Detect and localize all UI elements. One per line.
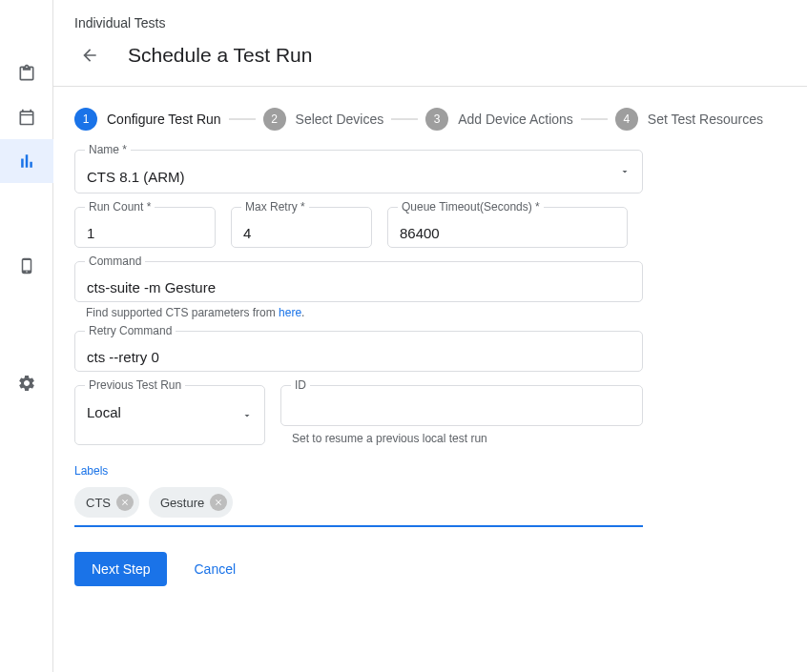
step-configure[interactable]: 1 Configure Test Run xyxy=(74,108,221,131)
step-label: Configure Test Run xyxy=(107,112,221,127)
name-select[interactable]: Name * CTS 8.1 (ARM) xyxy=(74,150,643,193)
step-connector xyxy=(391,118,418,120)
nav-item-calendar[interactable] xyxy=(0,95,53,139)
step-number: 1 xyxy=(74,108,97,131)
arrow-left-icon xyxy=(80,46,99,65)
chip-remove-button[interactable] xyxy=(210,494,227,511)
field-label: Run Count * xyxy=(85,200,155,214)
run-count-field[interactable]: Run Count * xyxy=(74,207,216,248)
field-label: Command xyxy=(85,255,145,268)
max-retry-input[interactable] xyxy=(243,225,360,241)
labels-title: Labels xyxy=(74,464,786,478)
close-icon xyxy=(120,498,130,507)
previous-test-run-select[interactable]: Previous Test Run Local xyxy=(74,385,265,445)
breadcrumb: Individual Tests xyxy=(53,0,807,34)
id-input[interactable] xyxy=(293,403,631,419)
id-helper: Set to resume a previous local test run xyxy=(280,432,643,445)
field-label: Name * xyxy=(85,143,131,156)
calendar-icon xyxy=(17,108,36,127)
command-input[interactable] xyxy=(87,279,631,295)
chip-gesture[interactable]: Gesture xyxy=(149,487,233,518)
page-title: Schedule a Test Run xyxy=(128,44,312,67)
field-label: Queue Timeout(Seconds) * xyxy=(398,200,544,214)
field-label: Retry Command xyxy=(85,324,176,337)
cts-params-link[interactable]: here xyxy=(279,306,301,319)
id-field[interactable]: ID xyxy=(280,385,643,426)
clipboard-icon xyxy=(17,64,36,83)
chip-label: CTS xyxy=(86,496,111,510)
step-select-devices[interactable]: 2 Select Devices xyxy=(263,108,384,131)
command-helper: Find supported CTS parameters from here. xyxy=(74,306,786,319)
field-value: CTS 8.1 (ARM) xyxy=(87,168,606,187)
command-field[interactable]: Command xyxy=(74,261,643,302)
chevron-down-icon xyxy=(619,166,631,177)
cancel-button[interactable]: Cancel xyxy=(194,561,236,577)
retry-command-input[interactable] xyxy=(87,349,631,365)
queue-timeout-field[interactable]: Queue Timeout(Seconds) * xyxy=(387,207,628,248)
chevron-down-icon xyxy=(241,410,253,421)
next-step-button[interactable]: Next Step xyxy=(74,552,167,586)
run-count-input[interactable] xyxy=(87,225,203,241)
labels-underline xyxy=(74,525,643,527)
nav-item-settings[interactable] xyxy=(0,361,53,405)
field-label: ID xyxy=(291,378,310,392)
back-button[interactable] xyxy=(74,40,105,71)
nav-item-device[interactable] xyxy=(0,244,53,288)
field-label: Previous Test Run xyxy=(85,378,185,392)
nav-rail xyxy=(0,0,53,672)
field-label: Max Retry * xyxy=(241,200,309,214)
labels-chips[interactable]: CTS Gesture xyxy=(74,487,786,518)
phone-icon xyxy=(18,257,35,275)
step-number: 2 xyxy=(263,108,286,131)
step-number: 4 xyxy=(615,108,638,131)
step-add-actions[interactable]: 3 Add Device Actions xyxy=(425,108,573,131)
chip-label: Gesture xyxy=(160,496,204,510)
max-retry-field[interactable]: Max Retry * xyxy=(231,207,372,248)
step-label: Set Test Resources xyxy=(648,112,763,127)
bar-chart-icon xyxy=(17,152,36,171)
step-label: Add Device Actions xyxy=(458,112,573,127)
close-icon xyxy=(214,498,223,507)
nav-item-analytics[interactable] xyxy=(0,139,53,183)
gear-icon xyxy=(17,374,36,393)
queue-timeout-input[interactable] xyxy=(400,225,615,241)
step-connector xyxy=(581,118,608,120)
main-content: Individual Tests Schedule a Test Run 1 C… xyxy=(53,0,807,672)
retry-command-field[interactable]: Retry Command xyxy=(74,331,643,372)
chip-cts[interactable]: CTS xyxy=(74,487,139,518)
stepper: 1 Configure Test Run 2 Select Devices 3 … xyxy=(74,108,786,131)
chip-remove-button[interactable] xyxy=(116,494,134,511)
step-label: Select Devices xyxy=(296,112,384,127)
step-connector xyxy=(229,118,256,120)
step-number: 3 xyxy=(425,108,448,131)
field-value: Local xyxy=(87,403,228,422)
step-resources[interactable]: 4 Set Test Resources xyxy=(615,108,763,131)
nav-item-clipboard[interactable] xyxy=(0,51,53,95)
